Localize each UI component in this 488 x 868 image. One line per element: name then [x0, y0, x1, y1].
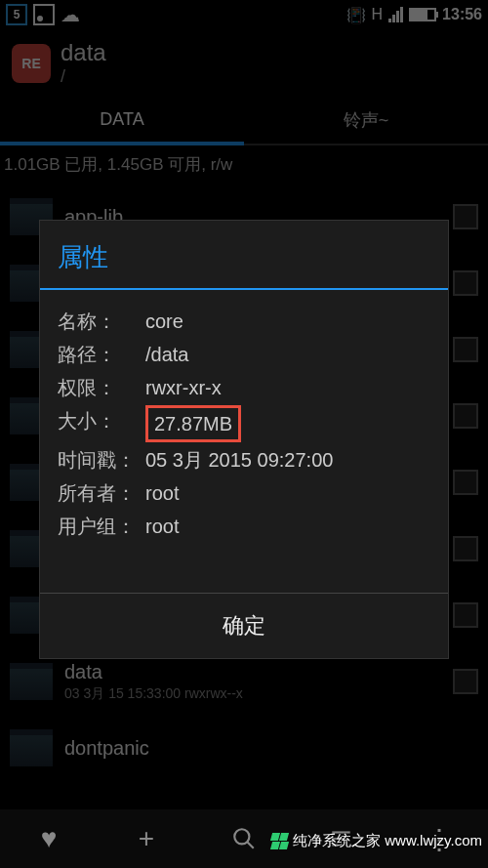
favorite-button[interactable]: ♥	[0, 809, 98, 868]
svg-point-0	[234, 829, 249, 844]
prop-value-name: core	[145, 306, 183, 337]
prop-value-timestamp: 05 3月 2015 09:27:00	[145, 444, 333, 475]
prop-label-name: 名称：	[58, 306, 145, 337]
prop-value-group: root	[145, 511, 179, 542]
prop-value-path: /data	[145, 339, 188, 370]
svg-line-1	[247, 842, 254, 848]
search-icon	[231, 826, 257, 851]
modal-overlay: 属性 名称：core 路径：/data 权限：rwxr-xr-x 大小：27.8…	[0, 0, 488, 868]
prop-label-size: 大小：	[58, 405, 145, 442]
prop-value-size: 27.87MB	[145, 405, 241, 442]
prop-label-path: 路径：	[58, 339, 145, 370]
prop-value-perm: rwxr-xr-x	[145, 372, 222, 403]
prop-label-group: 用户组：	[58, 511, 145, 542]
prop-label-timestamp: 时间戳：	[58, 444, 145, 475]
watermark: 纯净系统之家 www.lwjzy.com	[271, 832, 482, 850]
prop-value-owner: root	[145, 477, 179, 509]
watermark-logo-icon	[271, 833, 289, 849]
dialog-body: 名称：core 路径：/data 权限：rwxr-xr-x 大小：27.87MB…	[40, 290, 448, 593]
ok-button[interactable]: 确定	[40, 593, 448, 658]
prop-label-perm: 权限：	[58, 372, 145, 403]
prop-label-owner: 所有者：	[58, 477, 145, 509]
dialog-title: 属性	[40, 221, 448, 290]
properties-dialog: 属性 名称：core 路径：/data 权限：rwxr-xr-x 大小：27.8…	[39, 220, 449, 659]
add-button[interactable]: +	[98, 809, 195, 868]
watermark-text: 纯净系统之家 www.lwjzy.com	[293, 832, 482, 850]
